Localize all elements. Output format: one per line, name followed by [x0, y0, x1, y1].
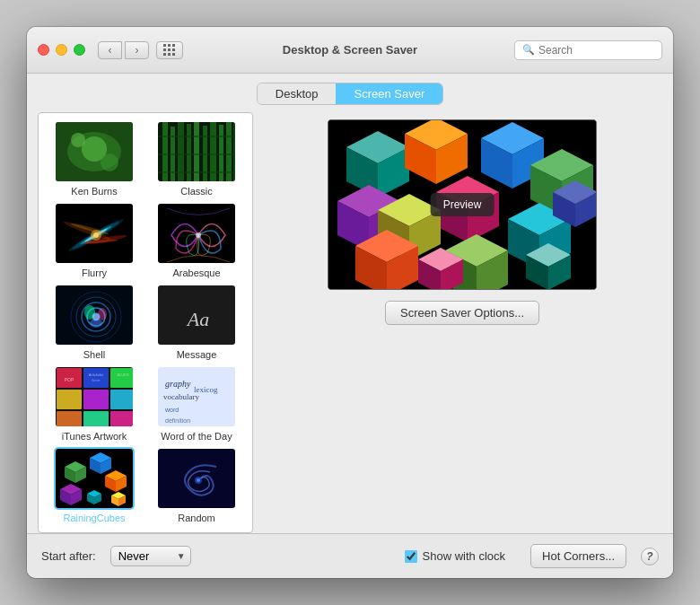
screensaver-flurry[interactable]: Flurry — [46, 202, 143, 278]
start-after-select-wrapper[interactable]: Never 1 Minute 5 Minutes 10 Minutes 20 M… — [110, 546, 191, 566]
svg-rect-17 — [158, 136, 237, 137]
ss-thumb-raining-cubes — [54, 447, 135, 510]
show-with-clock-label: Show with clock — [423, 549, 505, 563]
desktop-tab[interactable]: Desktop — [258, 83, 337, 104]
titlebar: ‹ › Desktop & Screen Saver 🔍 — [27, 27, 673, 74]
screen-saver-options-button[interactable]: Screen Saver Options... — [385, 301, 539, 325]
svg-rect-53 — [83, 411, 109, 428]
svg-text:Artichoke: Artichoke — [89, 373, 104, 377]
show-with-clock-area: Show with clock — [405, 549, 505, 563]
svg-text:lexicog: lexicog — [194, 385, 218, 394]
svg-point-86 — [197, 478, 200, 482]
screensaver-ken-burns[interactable]: Ken Burns — [46, 120, 143, 197]
svg-rect-11 — [194, 122, 199, 183]
screensaver-random[interactable]: Random — [148, 447, 245, 523]
svg-rect-7 — [162, 122, 168, 183]
svg-text:graphy: graphy — [165, 379, 191, 389]
start-after-select[interactable]: Never 1 Minute 5 Minutes 10 Minutes 20 M… — [110, 546, 191, 566]
close-button[interactable] — [38, 44, 49, 56]
screensaver-raining-cubes-label: RainingCubes — [63, 513, 125, 523]
screensaver-word-of-the-day-label: Word of the Day — [161, 431, 232, 442]
svg-text:word: word — [164, 407, 179, 413]
screensaver-arabesque[interactable]: Arabesque — [148, 202, 245, 278]
screensaver-raining-cubes[interactable]: RainingCubes — [46, 447, 143, 523]
screensaver-tab[interactable]: Screen Saver — [336, 83, 442, 104]
svg-text:Bronte: Bronte — [92, 379, 101, 382]
search-input[interactable] — [538, 44, 654, 57]
segment-control: Desktop Screen Saver — [257, 83, 443, 105]
main-window: ‹ › Desktop & Screen Saver 🔍 Desktop Scr… — [27, 27, 673, 578]
ss-thumb-shell — [54, 284, 135, 346]
ss-thumb-word-of-the-day: graphy vocabulary lexicog word definitio… — [156, 365, 237, 428]
main-content: Ken Burns — [27, 112, 673, 533]
preview-box: Preview — [328, 119, 597, 290]
ss-thumb-random — [156, 447, 237, 510]
screensaver-classic-label: Classic — [180, 186, 212, 197]
svg-rect-48 — [110, 368, 135, 388]
svg-rect-50 — [83, 390, 109, 409]
screensaver-ken-burns-label: Ken Burns — [71, 186, 117, 197]
screensaver-random-label: Random — [178, 513, 215, 523]
screensaver-itunes-artwork[interactable]: POP Artichoke Bronte BLUES iTunes Artwor… — [46, 365, 143, 442]
hot-corners-button[interactable]: Hot Corners... — [530, 544, 626, 568]
svg-rect-9 — [178, 122, 184, 183]
segment-control-area: Desktop Screen Saver — [27, 74, 673, 112]
svg-point-42 — [92, 313, 100, 320]
svg-point-3 — [71, 133, 85, 147]
svg-text:BLUES: BLUES — [117, 373, 128, 377]
ss-thumb-itunes-artwork: POP Artichoke Bronte BLUES — [54, 365, 135, 428]
start-after-label: Start after: — [41, 549, 96, 563]
ss-thumb-message: Aa — [156, 284, 237, 346]
svg-point-4 — [101, 153, 118, 171]
screensaver-flurry-label: Flurry — [82, 267, 107, 278]
svg-rect-54 — [110, 411, 135, 428]
screensaver-message-label: Message — [177, 349, 217, 360]
svg-point-32 — [196, 232, 201, 238]
traffic-lights — [38, 44, 85, 56]
svg-rect-52 — [57, 411, 82, 428]
screensaver-arabesque-label: Arabesque — [172, 267, 220, 278]
svg-point-30 — [93, 232, 99, 238]
screensaver-word-of-the-day[interactable]: graphy vocabulary lexicog word definitio… — [148, 365, 245, 442]
preview-button[interactable]: Preview — [431, 193, 494, 216]
screensaver-list[interactable]: Ken Burns — [38, 112, 253, 533]
grid-icon — [163, 44, 176, 57]
screensaver-message[interactable]: Aa Message — [148, 284, 245, 360]
minimize-button[interactable] — [56, 44, 67, 56]
svg-rect-19 — [158, 171, 237, 173]
svg-rect-18 — [158, 153, 237, 155]
nav-buttons: ‹ › — [98, 41, 149, 59]
bottom-bar: Start after: Never 1 Minute 5 Minutes 10… — [27, 533, 673, 578]
search-icon: 🔍 — [522, 44, 535, 56]
svg-text:definition: definition — [165, 417, 190, 424]
screensaver-shell-label: Shell — [83, 349, 105, 360]
svg-rect-51 — [110, 390, 135, 409]
screensaver-itunes-artwork-label: iTunes Artwork — [62, 431, 127, 442]
help-button[interactable]: ? — [641, 548, 659, 566]
ss-thumb-classic — [156, 120, 237, 183]
svg-rect-13 — [210, 122, 216, 183]
ss-thumb-ken-burns — [54, 120, 135, 183]
app-grid-button[interactable] — [156, 41, 183, 59]
show-with-clock-checkbox[interactable] — [405, 550, 417, 563]
preview-panel: Preview Screen Saver Options... — [262, 112, 662, 533]
svg-rect-49 — [57, 390, 82, 409]
svg-text:POP: POP — [65, 377, 74, 382]
screensaver-grid: Ken Burns — [39, 113, 252, 530]
back-button[interactable]: ‹ — [98, 41, 122, 59]
window-title: Desktop & Screen Saver — [283, 43, 417, 57]
ss-thumb-flurry — [54, 202, 135, 265]
svg-rect-47 — [83, 368, 109, 388]
screensaver-classic[interactable]: Classic — [148, 120, 245, 197]
ss-thumb-arabesque — [156, 202, 237, 265]
forward-button[interactable]: › — [125, 41, 149, 59]
svg-text:Aa: Aa — [186, 308, 209, 330]
svg-rect-15 — [226, 122, 232, 183]
screensaver-shell[interactable]: Shell — [46, 284, 143, 360]
maximize-button[interactable] — [74, 44, 85, 56]
search-bar[interactable]: 🔍 — [514, 40, 662, 60]
